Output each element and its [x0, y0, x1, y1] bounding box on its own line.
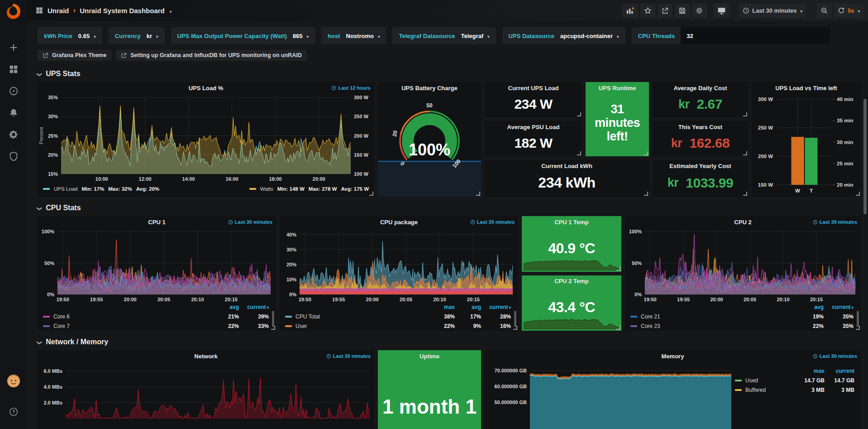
time-override-badge[interactable]: Last 30 minutes: [813, 353, 857, 359]
share-button[interactable]: [658, 4, 672, 18]
link-ups-monitoring-guide[interactable]: Setting up Grafana and InfluxDB for UPS …: [116, 50, 306, 61]
configuration-gear-icon[interactable]: [5, 126, 22, 143]
cpu-threads-input[interactable]: 32: [681, 27, 830, 44]
section-network-memory[interactable]: Network / Memory: [38, 338, 861, 346]
panel-title[interactable]: Estimated Yearly Cost: [653, 160, 748, 172]
star-button[interactable]: [640, 4, 655, 18]
legend-col-current[interactable]: current: [481, 303, 511, 312]
panel-title[interactable]: UPS Load vs Time left: [752, 82, 861, 94]
panel-cpu2-temp: CPU 2 Temp 43.4 °C: [522, 275, 621, 331]
legend-series-watts[interactable]: Watts Min: 148 W Max: 278 W Avg: 175 W: [249, 186, 369, 192]
legend-series-core21[interactable]: Core 21: [630, 313, 797, 320]
refresh-button[interactable]: 5s: [834, 4, 863, 18]
legend-col-current[interactable]: current: [824, 303, 854, 312]
time-override-badge[interactable]: Last 30 minutes: [326, 353, 371, 359]
variable-ups-max-output[interactable]: UPS Max Output Power Capacity (Watt) 865: [171, 27, 315, 44]
ups-load-vs-time-chart[interactable]: 300 W250 W200 W150 W40 min35 min30 min25…: [752, 94, 861, 197]
panel-title[interactable]: Current UPS Load: [485, 82, 582, 94]
legend-series-core7[interactable]: Core 7: [43, 323, 213, 329]
ups-load-chart[interactable]: 35%30%25%20%15%300 W250 W200 W150 W100 W…: [38, 94, 374, 183]
time-override-badge[interactable]: Last 12 hours: [331, 85, 371, 91]
legend-scrollbar[interactable]: [857, 311, 859, 327]
svg-text:20:05: 20:05: [157, 297, 170, 302]
explore-compass-icon[interactable]: [5, 82, 22, 100]
variable-kwh-price[interactable]: kWh Price 0.65: [38, 27, 102, 44]
time-range-picker[interactable]: Last 30 minutes: [739, 4, 806, 18]
legend-col-max[interactable]: max: [425, 303, 455, 312]
legend-col-avg[interactable]: avg: [797, 303, 824, 312]
create-plus-icon[interactable]: [5, 39, 22, 56]
panel-title[interactable]: Current Load kWh: [485, 160, 649, 172]
alerting-bell-icon[interactable]: [5, 104, 22, 121]
panel-title[interactable]: Network Last 30 minutes: [38, 350, 374, 362]
panel-title[interactable]: UPS Runtime: [586, 82, 649, 94]
panel-title[interactable]: CPU package Last 30 minutes: [280, 216, 518, 228]
dashboard-settings-gear-icon[interactable]: [692, 4, 707, 18]
refresh-interval-label[interactable]: 5s: [848, 7, 854, 14]
zoom-out-button[interactable]: [817, 4, 832, 18]
legend-series-core23[interactable]: Core 23: [630, 323, 797, 329]
panel-title[interactable]: Average Daily Cost: [653, 82, 748, 94]
time-override-badge[interactable]: Last 30 minutes: [813, 219, 857, 225]
cpu-package-chart[interactable]: 40%30%20%10%0%19:5019:5520:0020:0520:102…: [280, 228, 518, 303]
scrollbar-thumb[interactable]: [863, 99, 867, 214]
legend-col-avg[interactable]: avg: [213, 303, 239, 312]
breadcrumb-dashboard-title[interactable]: Unraid System Dashboard: [80, 7, 165, 14]
panel-title[interactable]: CPU 2 Last 30 minutes: [625, 216, 861, 228]
panel-title[interactable]: CPU 1 Temp: [522, 216, 621, 228]
panel-title[interactable]: UPS Battery Charge: [378, 82, 481, 94]
tv-cycle-view-button[interactable]: [714, 4, 730, 18]
dashboards-icon[interactable]: [5, 61, 22, 78]
user-avatar[interactable]: [5, 372, 22, 390]
legend-col-current[interactable]: current: [825, 366, 854, 376]
server-admin-shield-icon[interactable]: [5, 148, 22, 165]
legend-scrollbar[interactable]: [272, 311, 274, 327]
memory-chart[interactable]: 70.000000 GB60.000000 GB50.000000 GB: [485, 362, 735, 429]
battery-gauge[interactable]: 02050100100%: [378, 94, 481, 197]
panel-title[interactable]: Uptime: [378, 350, 481, 362]
legend-col-max[interactable]: max: [798, 366, 825, 376]
legend-series-core6[interactable]: Core 6: [43, 313, 213, 320]
legend-series-buffered[interactable]: Buffered: [735, 387, 798, 393]
chevron-down-icon[interactable]: [857, 7, 860, 14]
panel-title[interactable]: CPU 2 Temp: [522, 275, 621, 287]
save-button[interactable]: [675, 4, 690, 18]
legend-col-current[interactable]: current: [239, 303, 269, 312]
time-override-badge[interactable]: Last 30 minutes: [228, 219, 272, 225]
legend-col-avg[interactable]: avg: [455, 303, 481, 312]
panel-current-load-kwh: Current Load kWh 234 kWh: [485, 160, 649, 197]
variable-ups-datasource[interactable]: UPS Datasource apcupsd-container: [502, 27, 625, 44]
section-ups-stats[interactable]: UPS Stats: [38, 70, 861, 78]
panel-title[interactable]: Memory Last 30 minutes: [485, 350, 861, 362]
legend-marker: [249, 188, 256, 190]
panel-title[interactable]: Average PSU Load: [485, 121, 582, 133]
legend-series-used[interactable]: Used: [735, 377, 798, 384]
add-panel-button[interactable]: [622, 4, 638, 18]
legend-series-cpu-total[interactable]: CPU Total: [285, 313, 425, 320]
legend-marker: [735, 389, 742, 391]
breadcrumb-folder[interactable]: Unraid: [48, 7, 69, 14]
section-cpu-stats[interactable]: CPU Stats: [38, 204, 861, 212]
cpu2-chart[interactable]: 100%50%0%19:5019:5520:0020:0520:1020:15: [625, 228, 861, 303]
cpu1-chart[interactable]: 100%50%0%19:5019:5520:0020:0520:1020:15: [38, 228, 276, 303]
dashboard-grid-icon[interactable]: [35, 6, 43, 14]
network-chart[interactable]: 6.0 MBs4.0 MBs2.0 MBs: [38, 362, 374, 429]
variable-currency[interactable]: Currency kr: [109, 27, 165, 44]
variable-telegraf-datasource[interactable]: Telegraf Datasource Telegraf: [392, 27, 496, 44]
chevron-down-icon[interactable]: [169, 7, 172, 14]
panel-title[interactable]: This Years Cost: [653, 121, 748, 133]
link-grafana-plex-theme[interactable]: Grafana Plex Theme: [38, 50, 111, 61]
help-icon[interactable]: ?: [5, 403, 22, 420]
panel-title[interactable]: CPU 1 Last 30 minutes: [38, 216, 276, 228]
panel-title[interactable]: UPS Load % Last 12 hours: [38, 82, 374, 94]
legend-series-user[interactable]: User: [285, 323, 425, 329]
svg-text:6.0 MBs: 6.0 MBs: [43, 368, 62, 374]
legend-series-ups-load[interactable]: UPS Load Min: 17% Max: 32% Avg: 20%: [43, 186, 159, 192]
network-memory-row: Network Last 30 minutes 6.0 MBs4.0 MBs2.…: [38, 350, 861, 429]
legend-scrollbar[interactable]: [514, 311, 516, 327]
variable-host[interactable]: host Nostromo: [321, 27, 386, 44]
time-override-badge[interactable]: Last 30 minutes: [470, 219, 515, 225]
temp-sparkline: [524, 314, 620, 329]
svg-text:20:00: 20:00: [313, 176, 325, 182]
grafana-logo-icon[interactable]: [5, 2, 23, 20]
